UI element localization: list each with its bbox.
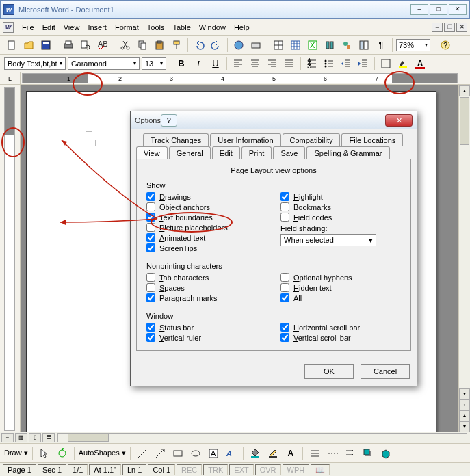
textbox-button[interactable]: A (206, 446, 221, 461)
font-combo[interactable]: Garamond (68, 57, 140, 70)
arrow-button[interactable] (153, 446, 168, 461)
doc-restore-button[interactable]: ❐ (444, 23, 455, 32)
nonprint-left-item-0[interactable]: Tab characters (146, 273, 267, 282)
columns-button[interactable] (322, 38, 337, 53)
nonprint-right-item-0[interactable]: Optional hyphens (280, 273, 401, 282)
nonprint-left-item-checkbox-1[interactable] (146, 283, 155, 292)
bold-button[interactable]: B (174, 56, 189, 71)
web-toolbar-button[interactable] (248, 38, 263, 53)
vertical-ruler[interactable] (0, 85, 21, 432)
status-book-icon[interactable]: 📖 (311, 464, 330, 475)
select-objects-button[interactable] (37, 446, 52, 461)
nonprint-right-item-2[interactable]: All (280, 293, 401, 302)
scroll-down-button[interactable]: ▾ (459, 388, 470, 399)
show-left-item-checkbox-3[interactable] (146, 223, 155, 232)
window-right-item-1[interactable]: Vertical scroll bar (280, 333, 401, 342)
show-left-item-checkbox-5[interactable] (146, 243, 155, 252)
nonprint-left-item-checkbox-0[interactable] (146, 273, 155, 282)
nonprint-left-item-checkbox-2[interactable] (146, 293, 155, 302)
doc-map-button[interactable] (356, 38, 371, 53)
ok-button[interactable]: OK (304, 364, 354, 379)
italic-button[interactable]: I (191, 56, 206, 71)
menu-insert[interactable]: Insert (83, 22, 111, 33)
outline-view-button[interactable]: ☰ (42, 433, 55, 442)
status-rec[interactable]: REC (177, 464, 202, 475)
draw-menu[interactable]: Draw ▾ (4, 449, 28, 458)
line-color-button[interactable] (265, 446, 280, 461)
online-view-button[interactable]: ▦ (15, 433, 27, 442)
tab-view[interactable]: View (136, 146, 168, 159)
nonprint-right-item-1[interactable]: Hidden text (280, 283, 401, 292)
show-left-item-5[interactable]: ScreenTips (146, 243, 267, 252)
undo-button[interactable] (192, 38, 207, 53)
menu-help[interactable]: Help (230, 22, 254, 33)
line-style-button[interactable] (307, 446, 322, 461)
tab-print[interactable]: Print (241, 146, 272, 159)
save-button[interactable] (38, 38, 53, 53)
cut-button[interactable] (118, 38, 133, 53)
show-right-item-1[interactable]: Bookmarks (280, 202, 401, 211)
numbered-list-button[interactable]: 123 (304, 56, 319, 71)
menu-format[interactable]: Format (111, 22, 143, 33)
scroll-thumb[interactable] (460, 97, 469, 145)
close-window-button[interactable]: ✕ (449, 4, 467, 15)
window-right-item-checkbox-0[interactable] (280, 323, 289, 332)
open-button[interactable] (21, 38, 36, 53)
doc-minimize-button[interactable]: – (432, 23, 443, 32)
zoom-combo[interactable]: 73% (396, 39, 430, 51)
nonprint-left-item-1[interactable]: Spaces (146, 283, 267, 292)
help-button[interactable]: ? (438, 38, 453, 53)
window-left-item-checkbox-0[interactable] (146, 323, 155, 332)
window-right-item-checkbox-1[interactable] (280, 333, 289, 342)
show-left-item-2[interactable]: Text boundaries (146, 213, 267, 222)
window-left-item-0[interactable]: Status bar (146, 323, 267, 332)
window-left-item-1[interactable]: Vertical ruler (146, 333, 267, 342)
tab-user-info[interactable]: User Information (210, 133, 280, 146)
menu-view[interactable]: View (60, 22, 84, 33)
oval-button[interactable] (188, 446, 203, 461)
new-doc-button[interactable] (4, 38, 19, 53)
field-shading-dropdown[interactable]: When selected (280, 234, 376, 246)
excel-button[interactable]: X (305, 38, 320, 53)
show-left-item-checkbox-4[interactable] (146, 233, 155, 242)
menu-tools[interactable]: Tools (143, 22, 169, 33)
shadow-button[interactable] (361, 446, 376, 461)
bullet-list-button[interactable] (322, 56, 337, 71)
horizontal-ruler[interactable]: L 1 2 3 4 5 6 7 (0, 72, 470, 85)
show-right-item-checkbox-1[interactable] (280, 202, 289, 211)
menu-edit[interactable]: Edit (38, 22, 60, 33)
rotate-button[interactable] (55, 446, 70, 461)
menu-table[interactable]: Table (168, 22, 194, 33)
show-left-item-3[interactable]: Picture placeholders (146, 223, 267, 232)
show-left-item-4[interactable]: Animated text (146, 233, 267, 242)
dialog-close-button[interactable]: ✕ (385, 114, 413, 127)
drawing-button[interactable] (339, 38, 354, 53)
doc-logo-icon[interactable]: W (3, 22, 14, 33)
minimize-button[interactable]: – (410, 4, 428, 15)
insert-table-button[interactable] (288, 38, 303, 53)
status-trk[interactable]: TRK (203, 464, 228, 475)
nonprint-right-item-checkbox-1[interactable] (280, 283, 289, 292)
font-size-combo[interactable]: 13 (142, 57, 166, 70)
nonprint-left-item-2[interactable]: Paragraph marks (146, 293, 267, 302)
show-right-item-checkbox-2[interactable] (280, 213, 289, 222)
menu-file[interactable]: File (18, 22, 38, 33)
wordart-button[interactable]: A (224, 446, 239, 461)
nonprint-right-item-checkbox-2[interactable] (280, 293, 289, 302)
tab-spelling[interactable]: Spelling & Grammar (306, 146, 389, 159)
maximize-button[interactable]: □ (430, 4, 447, 15)
tab-general[interactable]: General (169, 146, 211, 159)
show-left-item-0[interactable]: Drawings (146, 192, 267, 201)
status-ext[interactable]: EXT (229, 464, 253, 475)
show-right-item-checkbox-0[interactable] (280, 192, 289, 201)
window-left-item-checkbox-1[interactable] (146, 333, 155, 342)
print-preview-button[interactable] (78, 38, 93, 53)
horizontal-scrollbar[interactable] (57, 433, 467, 442)
fill-color-button[interactable] (248, 446, 263, 461)
window-right-item-0[interactable]: Horizontal scroll bar (280, 323, 401, 332)
doc-close-button[interactable]: ✕ (456, 23, 467, 32)
tab-save[interactable]: Save (273, 146, 305, 159)
show-right-item-2[interactable]: Field codes (280, 213, 401, 222)
line-button[interactable] (135, 446, 150, 461)
borders-button[interactable] (378, 56, 393, 71)
